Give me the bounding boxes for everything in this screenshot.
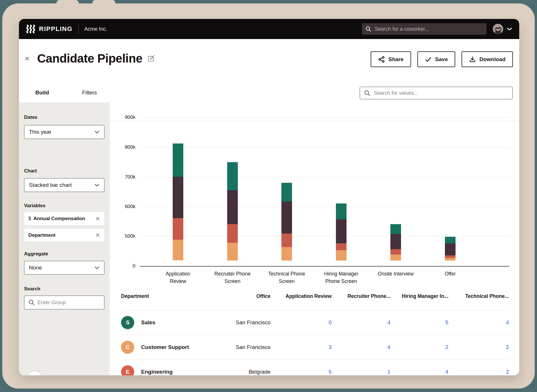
collapse-sidebar-button[interactable]: « bbox=[27, 371, 42, 375]
table-column-header[interactable]: Hiring Manager In... bbox=[390, 293, 448, 299]
chart-type-select-value: Stacked bar chart bbox=[29, 182, 72, 188]
dollar-icon: $ bbox=[28, 216, 31, 222]
gridline bbox=[140, 236, 509, 236]
dates-label: Dates bbox=[24, 115, 37, 120]
coworker-search-input[interactable]: Search for a coworker... bbox=[362, 23, 487, 35]
office-cell: San Francisco bbox=[216, 319, 271, 326]
table-column-header[interactable]: Recruiter Phone... bbox=[332, 293, 390, 299]
search-label: Search bbox=[24, 286, 40, 292]
search-icon bbox=[28, 299, 35, 306]
y-axis-tick-label: 700k bbox=[118, 174, 135, 180]
dates-select-value: This year bbox=[29, 129, 51, 135]
table-header-row: DepartmentOfficeApplication ReviewRecrui… bbox=[121, 293, 509, 299]
group-search-placeholder: Enter Group bbox=[38, 300, 66, 306]
user-avatar[interactable] bbox=[493, 24, 503, 34]
bar-segment-segment-maroon[interactable] bbox=[445, 243, 456, 255]
close-report-button[interactable]: × bbox=[25, 54, 30, 63]
table-row[interactable]: EEngineeringBelgrade5142 bbox=[121, 359, 509, 375]
stage-count-link[interactable]: 4 bbox=[332, 344, 390, 350]
share-icon bbox=[378, 56, 385, 63]
bar-segment-segment-red[interactable] bbox=[281, 234, 292, 247]
aggregate-select[interactable]: None bbox=[24, 261, 104, 275]
bar-segment-segment-bottom-orange[interactable] bbox=[390, 255, 401, 261]
table-column-header[interactable]: Office bbox=[216, 293, 271, 299]
stage-count-link[interactable]: 2 bbox=[390, 344, 448, 350]
bar-segment-segment-top-green[interactable] bbox=[445, 237, 456, 243]
tab-filters[interactable]: Filters bbox=[81, 90, 98, 96]
stage-count-link[interactable]: 2 bbox=[448, 344, 509, 350]
account-menu-chevron[interactable] bbox=[507, 27, 512, 31]
variable-chip-label: Department bbox=[28, 232, 55, 238]
save-button[interactable]: Save bbox=[417, 51, 455, 67]
stage-count-link[interactable]: 3 bbox=[271, 344, 332, 350]
stage-count-link[interactable]: 5 bbox=[271, 369, 332, 375]
bar-segment-segment-top-green[interactable] bbox=[336, 203, 347, 219]
share-button[interactable]: Share bbox=[371, 51, 411, 67]
save-button-label: Save bbox=[435, 56, 448, 63]
bar-segment-segment-bottom-orange[interactable] bbox=[336, 250, 347, 261]
stage-count-link[interactable]: 2 bbox=[448, 369, 509, 375]
stage-count-link[interactable]: 4 bbox=[332, 319, 390, 326]
bar-segment-segment-bottom-orange[interactable] bbox=[173, 240, 183, 260]
chevron-down-icon bbox=[94, 266, 100, 269]
department-name: Customer Support bbox=[141, 344, 189, 350]
bar-segment-segment-top-green[interactable] bbox=[227, 162, 238, 190]
tab-build[interactable]: Build bbox=[35, 90, 49, 96]
variable-chip[interactable]: Department✕ bbox=[24, 228, 104, 242]
rippling-logo-icon bbox=[26, 25, 36, 33]
variable-chip[interactable]: $Annual Compensation✕ bbox=[24, 212, 104, 225]
stage-count-link[interactable]: 4 bbox=[390, 369, 448, 375]
bar-segment-segment-bottom-orange[interactable] bbox=[227, 243, 238, 261]
bar-segment-segment-bottom-orange[interactable] bbox=[445, 258, 456, 261]
y-axis-tick-label: 800k bbox=[118, 144, 135, 150]
bar-segment-segment-red[interactable] bbox=[227, 224, 238, 243]
chevron-down-icon bbox=[94, 131, 100, 134]
stage-count-link[interactable]: 1 bbox=[332, 369, 390, 375]
chart-type-select[interactable]: Stacked bar chart bbox=[24, 178, 104, 192]
group-search-input[interactable]: Enter Group bbox=[24, 296, 104, 309]
dates-select[interactable]: This year bbox=[24, 125, 104, 139]
remove-variable-icon[interactable]: ✕ bbox=[95, 215, 100, 222]
values-search-input[interactable]: Search for values... bbox=[360, 87, 513, 99]
table-column-header[interactable]: Application Review bbox=[271, 293, 332, 299]
table-column-header[interactable]: Technical Phone... bbox=[448, 293, 509, 299]
stage-count-link[interactable]: 0 bbox=[271, 319, 332, 326]
bar-segment-segment-maroon[interactable] bbox=[173, 177, 183, 218]
table-column-header[interactable]: Department bbox=[121, 293, 216, 299]
edit-title-button[interactable] bbox=[147, 55, 155, 62]
department-avatar: S bbox=[121, 316, 134, 329]
navbar-divider bbox=[78, 24, 79, 34]
department-name: Engineering bbox=[141, 369, 173, 375]
rippling-logo[interactable]: RIPPLING bbox=[26, 25, 73, 33]
app-window: RIPPLING Acme Inc. Search for a coworker… bbox=[19, 19, 519, 375]
bar-segment-segment-top-green[interactable] bbox=[390, 224, 401, 234]
bar-segment-segment-red[interactable] bbox=[445, 255, 456, 258]
office-cell: Belgrade bbox=[216, 369, 271, 375]
frame-decoration bbox=[92, 0, 115, 5]
stage-count-link[interactable]: 5 bbox=[390, 319, 448, 326]
bar-segment-segment-red[interactable] bbox=[173, 218, 183, 240]
table-row[interactable]: SSalesSan Francisco0454 bbox=[121, 310, 509, 335]
stage-count-link[interactable]: 4 bbox=[448, 319, 509, 326]
bar-segment-segment-bottom-orange[interactable] bbox=[281, 247, 292, 261]
bar-segment-segment-top-green[interactable] bbox=[281, 183, 292, 201]
check-icon bbox=[425, 56, 432, 63]
bar-segment-segment-maroon[interactable] bbox=[281, 201, 292, 234]
bar-segment-segment-maroon[interactable] bbox=[390, 234, 401, 249]
bar-segment-segment-maroon[interactable] bbox=[227, 190, 238, 224]
download-icon bbox=[469, 56, 476, 63]
bar-segment-segment-maroon[interactable] bbox=[336, 219, 347, 243]
brand-name: RIPPLING bbox=[39, 25, 73, 33]
gridline bbox=[140, 117, 509, 118]
variable-chip-label: Annual Compensation bbox=[33, 216, 85, 222]
remove-variable-icon[interactable]: ✕ bbox=[95, 232, 100, 239]
gridline bbox=[140, 147, 509, 148]
y-axis-tick-label: 900k bbox=[118, 115, 135, 120]
bar-segment-segment-top-green[interactable] bbox=[173, 143, 183, 177]
download-button[interactable]: Download bbox=[462, 51, 513, 67]
department-avatar: C bbox=[121, 341, 134, 354]
bar-segment-segment-red[interactable] bbox=[336, 243, 347, 250]
table-row[interactable]: CCustomer SupportSan Francisco3422 bbox=[121, 335, 509, 359]
department-name: Sales bbox=[141, 319, 155, 326]
bar-segment-segment-red[interactable] bbox=[390, 249, 401, 255]
